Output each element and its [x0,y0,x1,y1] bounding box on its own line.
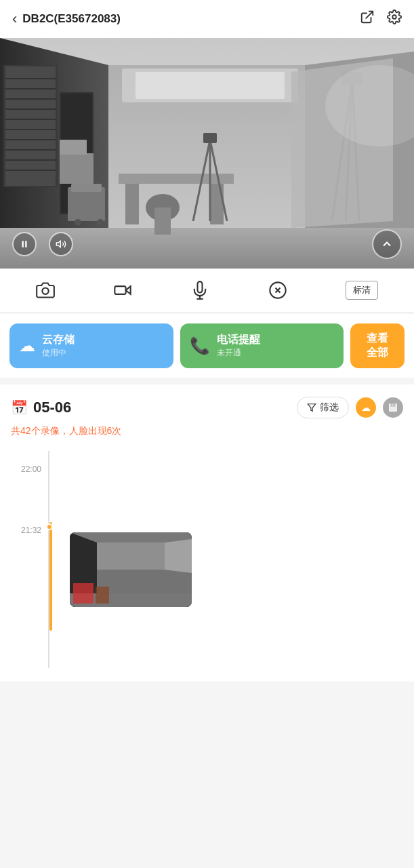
expand-button[interactable] [372,229,402,259]
back-button[interactable]: ‹ [12,10,17,28]
phone-icon: 📞 [190,336,210,355]
close-button[interactable] [268,281,287,300]
svg-marker-64 [97,542,165,593]
quality-button[interactable]: 标清 [346,281,378,300]
svg-marker-47 [56,241,60,247]
screenshot-button[interactable] [36,281,55,300]
volume-button[interactable] [49,232,73,256]
svg-rect-67 [73,583,94,604]
time-label-22: 22:00 [21,465,41,474]
share-icon[interactable] [360,9,375,28]
timeline-dot [46,524,53,530]
phone-remind-button[interactable]: 📞 电话提醒 未开通 [180,323,344,368]
header: ‹ DB2C(E35672083) [0,0,414,38]
svg-rect-49 [115,286,126,294]
svg-rect-9 [136,72,285,99]
close-icon [268,281,287,300]
header-icons [360,9,402,28]
timeline-content: 32" [48,451,403,668]
mic-icon [190,281,209,300]
svg-rect-26 [210,184,224,224]
filter-controls: 筛选 ☁ [297,397,403,418]
pause-button[interactable] [12,232,37,256]
svg-rect-45 [22,241,24,247]
settings-icon[interactable] [387,9,402,28]
date-label: 05-06 [33,399,71,416]
svg-marker-56 [308,404,316,412]
camera-feed [0,38,414,269]
timeline-header: 📅 05-06 筛选 ☁ [11,397,403,418]
svg-point-1 [392,15,396,19]
mic-button[interactable] [190,281,209,300]
filter-icon [307,403,316,412]
cloud-filter-button[interactable]: ☁ [356,397,376,418]
calendar-icon: 📅 [11,399,28,416]
record-count: 共42个录像，人脸出现6次 [11,425,403,437]
cloud-text: 云存储 使用中 [42,333,75,359]
filter-button[interactable]: 筛选 [297,397,349,418]
camera-controls-left [12,232,73,256]
svg-line-0 [366,12,373,18]
svg-rect-43 [60,153,94,184]
svg-point-48 [42,288,48,294]
date-display: 📅 05-06 [11,399,71,416]
time-label-2132: 21:32 [21,526,41,535]
cloud-storage-button[interactable]: ☁ 云存储 使用中 [9,323,173,368]
svg-rect-32 [203,133,217,143]
svg-marker-50 [126,286,131,294]
svg-rect-11 [5,66,56,186]
camera-controls [0,229,414,259]
svg-rect-25 [125,184,139,224]
svg-point-42 [97,219,104,226]
view-all-button[interactable]: 查看 全部 [350,323,405,368]
timeline-section: 📅 05-06 筛选 ☁ 共42个录 [0,384,414,682]
timeline-thumbnail[interactable]: 32" [70,532,192,607]
record-icon [113,281,132,300]
cloud-filter-icon: ☁ [361,402,371,413]
svg-rect-46 [25,241,26,247]
device-title: DB2C(E35672083) [22,12,121,26]
action-buttons: ☁ 云存储 使用中 📞 电话提醒 未开通 查看 全部 [0,314,414,378]
time-axis: 22:00 21:32 [11,451,48,668]
filter-label: 筛选 [320,401,339,414]
timeline-bar [49,522,52,631]
sd-filter-button[interactable] [383,397,403,418]
sd-icon [388,402,398,413]
svg-rect-39 [68,187,105,221]
svg-rect-68 [96,587,109,604]
camera-icon [36,281,55,300]
svg-point-41 [75,219,81,226]
cloud-icon: ☁ [19,336,35,355]
phone-text: 电话提醒 未开通 [217,333,260,359]
svg-rect-40 [71,184,102,192]
svg-rect-44 [60,140,87,155]
header-left: ‹ DB2C(E35672083) [12,10,121,28]
timeline-container: 22:00 21:32 [11,451,403,682]
record-button[interactable] [113,281,132,300]
toolbar: 标清 [0,269,414,313]
